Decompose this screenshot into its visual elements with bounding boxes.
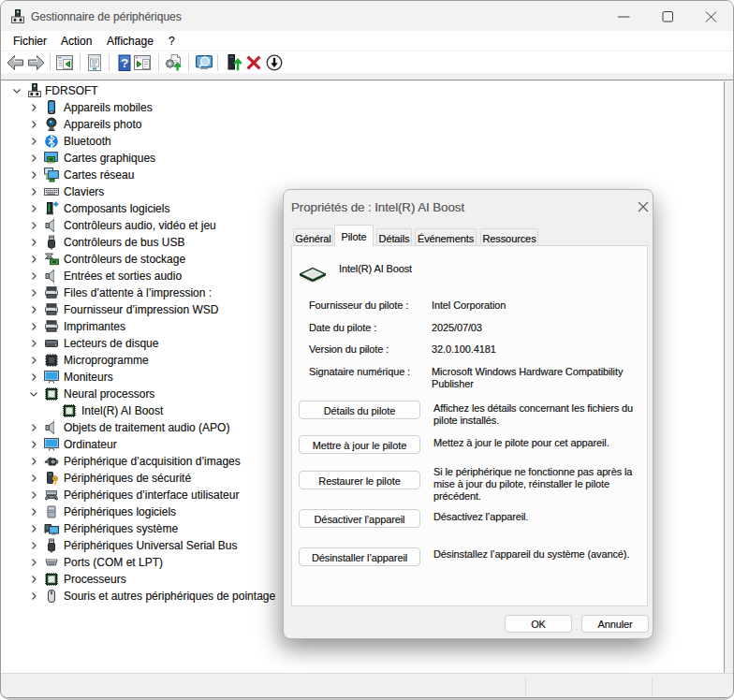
svg-text:?: ? bbox=[121, 56, 128, 70]
